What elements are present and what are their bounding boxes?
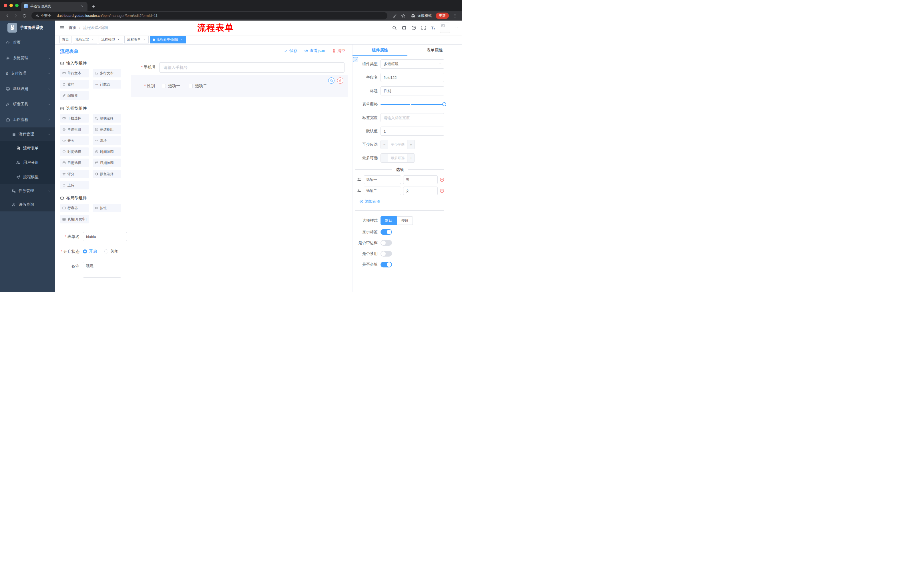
chip-slider[interactable]: 滑块	[92, 136, 122, 145]
option1-value-input[interactable]	[403, 175, 438, 184]
sidebar-item-workflow[interactable]: 工作流程	[0, 112, 55, 127]
component-type-select[interactable]: 多选框组	[381, 59, 444, 69]
sidebar-item-system[interactable]: 系统管理	[0, 50, 55, 66]
style-default-button[interactable]: 默认	[381, 216, 397, 225]
chip-row-container[interactable]: 行容器	[60, 204, 89, 212]
sidebar-item-process-management[interactable]: 流程管理	[0, 127, 55, 141]
chip-editor[interactable]: 编辑器	[60, 91, 89, 100]
disabled-toggle[interactable]	[381, 251, 392, 257]
help-icon[interactable]	[411, 25, 416, 30]
save-button[interactable]: 保存	[284, 48, 297, 53]
sidebar-item-leave-query[interactable]: 请假查询	[0, 198, 55, 211]
sidebar-item-payment[interactable]: ¥ 支付管理	[0, 66, 55, 81]
tag-close-icon[interactable]	[116, 38, 120, 42]
reload-icon[interactable]	[21, 12, 28, 20]
sidebar-item-devtools[interactable]: 研发工具	[0, 97, 55, 112]
tab-close-icon[interactable]	[80, 4, 85, 8]
tag-process-form[interactable]: 流程表单	[124, 36, 148, 43]
canvas-field-gender-selected[interactable]: 性别 选项一 选项二	[130, 75, 348, 97]
avatar-caret-icon[interactable]	[455, 26, 458, 29]
tab-component-props[interactable]: 组件属性	[353, 44, 408, 56]
sidebar-item-process-model[interactable]: 流程模型	[0, 170, 55, 184]
avatar[interactable]	[440, 23, 450, 33]
chip-time-range[interactable]: 时间范围	[92, 147, 122, 156]
drag-handle-icon[interactable]	[357, 178, 361, 182]
fullscreen-icon[interactable]	[421, 25, 426, 30]
slider-handle[interactable]	[442, 102, 446, 106]
chip-single-line-text[interactable]: 单行文本	[60, 69, 89, 77]
gender-option1-checkbox[interactable]: 选项一	[162, 84, 180, 89]
show-label-toggle[interactable]	[381, 229, 392, 235]
status-on-radio[interactable]: 开启	[83, 249, 97, 254]
back-icon[interactable]	[3, 12, 11, 20]
chip-checkbox-group[interactable]: 多选框组	[92, 125, 122, 134]
label-width-input[interactable]	[381, 113, 444, 122]
copy-widget-button[interactable]	[328, 77, 335, 84]
sidebar-item-infra[interactable]: 基础设施	[0, 81, 55, 97]
chip-select[interactable]: 下拉选择	[60, 114, 89, 123]
close-window-button[interactable]	[4, 4, 7, 7]
chip-multi-line-text[interactable]: 多行文本	[92, 69, 122, 77]
zoom-window-button[interactable]	[15, 4, 18, 7]
chip-radio-group[interactable]: 单选框组	[60, 125, 89, 134]
option2-value-input[interactable]	[403, 187, 438, 195]
tag-process-model[interactable]: 流程模型	[99, 36, 123, 43]
option1-name-input[interactable]	[364, 175, 401, 184]
link-icon[interactable]	[353, 57, 358, 62]
min-count-input[interactable]	[388, 140, 407, 149]
minus-button[interactable]: −	[381, 154, 388, 162]
default-value-input[interactable]	[381, 127, 444, 136]
security-warning-icon[interactable]	[35, 14, 39, 17]
chip-cascader[interactable]: 级联选择	[92, 114, 122, 123]
address-bar[interactable]: 不安全 dashboard.yudao.iocoder.cn /bpm/mana…	[31, 12, 388, 20]
add-option-button[interactable]: 添加选项	[360, 199, 444, 204]
tag-close-icon[interactable]	[91, 38, 95, 42]
password-key-icon[interactable]	[391, 12, 398, 20]
delete-widget-button[interactable]	[337, 77, 343, 84]
remove-option-icon[interactable]	[440, 178, 444, 182]
chip-password[interactable]: 密码	[60, 80, 89, 89]
phone-input[interactable]	[159, 62, 345, 72]
style-button-button[interactable]: 按钮	[397, 216, 413, 225]
canvas-field-phone[interactable]: 手机号	[130, 62, 348, 72]
clear-button[interactable]: 清空	[332, 48, 345, 53]
remove-option-icon[interactable]	[440, 189, 444, 193]
browser-tab[interactable]: 芋道管理系统	[21, 2, 87, 11]
sidebar-item-process-form[interactable]: 流程表单	[0, 141, 55, 155]
chip-table[interactable]: 表格[开发中]	[60, 215, 89, 224]
tag-close-icon[interactable]	[180, 38, 183, 42]
font-size-icon[interactable]: TT	[431, 25, 435, 30]
chip-button[interactable]: 按钮	[92, 204, 122, 212]
border-toggle[interactable]	[381, 240, 392, 246]
chip-upload[interactable]: 上传	[60, 181, 89, 189]
chip-rate[interactable]: 评分	[60, 170, 89, 178]
chip-date-picker[interactable]: 日期选择	[60, 159, 89, 167]
form-grid-slider[interactable]	[381, 100, 444, 109]
tag-process-form-edit[interactable]: 流程表单-编辑	[150, 36, 186, 43]
chip-date-range[interactable]: 日期范围	[92, 159, 122, 167]
plus-button[interactable]: +	[407, 140, 414, 149]
tag-process-definition[interactable]: 流程定义	[73, 36, 97, 43]
tag-close-icon[interactable]	[142, 38, 146, 42]
plus-button[interactable]: +	[407, 154, 414, 162]
view-json-button[interactable]: 查看json	[304, 48, 325, 53]
browser-menu-icon[interactable]	[451, 12, 459, 20]
status-off-radio[interactable]: 关闭	[104, 249, 118, 254]
tab-form-props[interactable]: 表单属性	[408, 44, 462, 56]
hamburger-icon[interactable]	[55, 25, 69, 30]
form-name-input[interactable]	[83, 232, 127, 241]
chip-counter[interactable]: 123计数器	[92, 80, 122, 89]
github-icon[interactable]	[402, 25, 406, 30]
chip-color-picker[interactable]: 颜色选择	[92, 170, 122, 178]
field-name-input[interactable]	[381, 73, 444, 82]
tag-home[interactable]: 首页	[59, 36, 71, 43]
form-remark-textarea[interactable]: 嘿嘿	[83, 262, 121, 278]
required-toggle[interactable]	[381, 262, 392, 267]
new-tab-button[interactable]	[90, 3, 97, 10]
forward-icon[interactable]	[12, 12, 20, 20]
sidebar-item-home[interactable]: 首页	[0, 35, 55, 50]
option2-name-input[interactable]	[364, 187, 401, 195]
title-input[interactable]	[381, 86, 444, 95]
max-count-input[interactable]	[388, 154, 407, 162]
minimize-window-button[interactable]	[10, 4, 13, 7]
